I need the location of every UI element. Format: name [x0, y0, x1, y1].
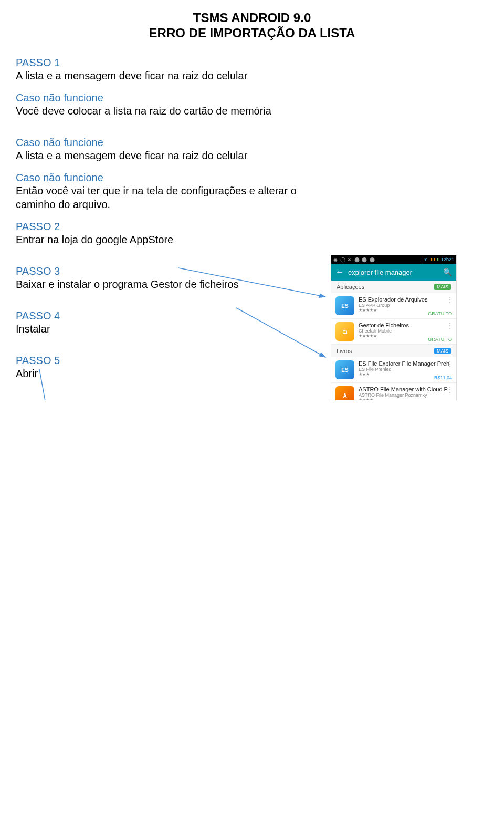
search-icon[interactable]: 🔍 — [443, 268, 452, 276]
step2-text: Entrar na loja do google AppStore — [16, 233, 310, 246]
playstore-search-screenshot: ◉ ◯ ✉ ⬤ ⬤ ⬤ ⋮ ᯤ ▮▮ ▮ 12h21 ← explorer fi… — [331, 255, 457, 400]
step5-label: PASSO 5 — [16, 355, 310, 367]
back-icon[interactable]: ← — [335, 267, 344, 277]
cnf3-text: Então você vai ter que ir na tela de con… — [16, 184, 310, 211]
step1-label: PASSO 1 — [16, 57, 310, 69]
cnf1-text: Você deve colocar a lista na raiz do car… — [16, 104, 310, 118]
step5-text: Abrir — [16, 367, 310, 380]
app-icon: 🗀 — [335, 322, 354, 341]
status-bar: ◉ ◯ ✉ ⬤ ⬤ ⬤ ⋮ ᯤ ▮▮ ▮ 12h21 — [331, 255, 456, 264]
cnf3-label: Caso não funcione — [16, 172, 310, 184]
cnf1-label: Caso não funcione — [16, 92, 310, 104]
more-icon[interactable]: ⋮ — [447, 360, 453, 368]
cnf2-label: Caso não funcione — [16, 137, 310, 149]
app-row[interactable]: A ASTRO File Manager with Cloud PASTRO F… — [331, 383, 456, 400]
app-row[interactable]: ES ES Explorador de ArquivosES APP Group… — [331, 293, 456, 319]
step4-text: Instalar — [16, 322, 310, 336]
mais-badge[interactable]: MAIS — [434, 348, 451, 354]
app-row[interactable]: 🗀 Gestor de FicheirosCheetah Mobile★★★★★… — [331, 319, 456, 345]
more-icon[interactable]: ⋮ — [447, 322, 453, 329]
step3-label: PASSO 3 — [16, 265, 310, 277]
search-term[interactable]: explorer file manager — [348, 268, 439, 276]
more-icon[interactable]: ⋮ — [447, 386, 453, 393]
app-icon: ES — [335, 360, 354, 379]
cnf2-text: A lista e a mensagem deve ficar na raiz … — [16, 149, 310, 162]
mais-badge[interactable]: MAIS — [434, 284, 451, 290]
app-icon: A — [335, 386, 354, 400]
play-search-header: ← explorer file manager 🔍 — [331, 264, 456, 281]
app-row[interactable]: ES ES File Explorer File Manager PrehES … — [331, 357, 456, 383]
app-icon: ES — [335, 296, 354, 315]
more-icon[interactable]: ⋮ — [447, 296, 453, 304]
step4-label: PASSO 4 — [16, 310, 310, 322]
step3-text: Baixar e instalar o programa Gestor de f… — [16, 277, 310, 291]
step2-label: PASSO 2 — [16, 221, 310, 233]
step1-text: A lista e a mensagem deve ficar na raiz … — [16, 69, 310, 82]
section-apps: Aplicações MAIS — [331, 281, 456, 293]
page-title: TSMS ANDROID 9.0 ERRO DE IMPORTAÇÃO DA L… — [16, 11, 488, 41]
section-books: Livros MAIS — [331, 345, 456, 357]
